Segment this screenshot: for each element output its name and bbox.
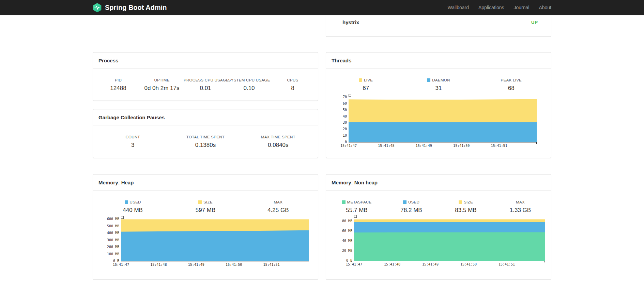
svg-text:15:41:48: 15:41:48 bbox=[384, 262, 400, 266]
legend-value: 78.2 MB bbox=[384, 207, 439, 214]
svg-text:15:41:50: 15:41:50 bbox=[226, 263, 242, 267]
svg-text:15:41:51: 15:41:51 bbox=[499, 262, 515, 266]
metric-system-cpu-usage: SYSTEM CPU USAGE 0.10 bbox=[227, 78, 271, 92]
legend-value: 83.5 MB bbox=[439, 207, 493, 214]
top-left-spacer bbox=[93, 15, 318, 37]
metric-cpus: CPUS 8 bbox=[271, 78, 315, 92]
legend-value: 55.7 MB bbox=[329, 207, 384, 214]
metric-value: 0.01 bbox=[184, 85, 227, 92]
svg-text:50: 50 bbox=[343, 108, 347, 112]
svg-text:30: 30 bbox=[343, 121, 347, 124]
metric-gc-count: COUNT 3 bbox=[96, 135, 169, 149]
svg-text:15:41:48: 15:41:48 bbox=[378, 144, 394, 148]
legend-live: LIVE 67 bbox=[329, 78, 402, 92]
metric-value: 0.0840s bbox=[242, 142, 315, 149]
application-status-card: hystrix UP bbox=[326, 15, 551, 37]
nonheap-used-legend-swatch bbox=[403, 200, 407, 204]
svg-text:15:41:51: 15:41:51 bbox=[263, 263, 280, 267]
legend-label: USED bbox=[384, 200, 439, 204]
svg-text:15:41:47: 15:41:47 bbox=[113, 263, 129, 267]
threads-legend: LIVE 67 DAEMON 31 PEAK LIVE 68 bbox=[326, 69, 551, 92]
process-card-title: Process bbox=[93, 52, 318, 69]
svg-text:400 MB: 400 MB bbox=[107, 231, 119, 235]
svg-text:60 MB: 60 MB bbox=[342, 229, 352, 233]
legend-label: SIZE bbox=[169, 200, 242, 204]
legend-heap-max: MAX 4.25 GB bbox=[242, 200, 315, 214]
legend-peak-live: PEAK LIVE 68 bbox=[475, 78, 548, 92]
svg-text:15:41:47: 15:41:47 bbox=[346, 262, 362, 266]
metric-label: MAX TIME SPENT bbox=[242, 135, 315, 139]
svg-text:10: 10 bbox=[343, 134, 347, 137]
nav-item-about[interactable]: About bbox=[534, 0, 551, 15]
svg-text:60: 60 bbox=[343, 102, 347, 105]
legend-value: 440 MB bbox=[96, 207, 169, 214]
svg-text:40: 40 bbox=[343, 115, 347, 118]
legend-label: LIVE bbox=[329, 78, 402, 82]
legend-label: DAEMON bbox=[402, 78, 475, 82]
metric-value: 0d 0h 2m 17s bbox=[140, 85, 184, 92]
legend-label: METASPACE bbox=[329, 200, 384, 204]
metric-label: COUNT bbox=[96, 135, 169, 139]
svg-text:100 MB: 100 MB bbox=[107, 252, 119, 256]
legend-nonheap-used: USED 78.2 MB bbox=[384, 200, 439, 214]
legend-label: MAX bbox=[242, 200, 315, 204]
live-legend-swatch bbox=[359, 78, 362, 82]
nav-item-journal[interactable]: Journal bbox=[509, 0, 534, 15]
navbar: Spring Boot Admin Wallboard Applications… bbox=[0, 0, 644, 15]
svg-text:20 MB: 20 MB bbox=[342, 249, 352, 253]
metric-label: UPTIME bbox=[140, 78, 184, 82]
legend-value: 1.33 GB bbox=[493, 207, 548, 214]
svg-text:70: 70 bbox=[343, 95, 347, 99]
process-card: Process PID 12488 UPTIME 0d 0h 2m 17s PR… bbox=[93, 52, 318, 101]
threads-card-title: Threads bbox=[326, 52, 551, 69]
svg-text:80 MB: 80 MB bbox=[342, 219, 352, 223]
svg-text:15:41:51: 15:41:51 bbox=[491, 144, 507, 148]
threads-card: Threads LIVE 67 DAEMON 31 PEAK LIVE 68 bbox=[326, 52, 551, 158]
metric-label: SYSTEM CPU USAGE bbox=[227, 78, 271, 82]
metric-value: 3 bbox=[96, 142, 169, 149]
metric-value: 0.1380s bbox=[169, 142, 242, 149]
metric-pid: PID 12488 bbox=[96, 78, 140, 92]
nav-item-applications[interactable]: Applications bbox=[474, 0, 509, 15]
memory-nonheap-card-title: Memory: Non heap bbox=[326, 174, 551, 191]
metric-label: TOTAL TIME SPENT bbox=[169, 135, 242, 139]
legend-heap-used: USED 440 MB bbox=[96, 200, 169, 214]
application-status-row[interactable]: hystrix UP bbox=[326, 15, 551, 29]
main-content: hystrix UP Process PID 12488 UPTIME 0d 0… bbox=[93, 15, 551, 280]
threads-chart: 01020304050607015:41:4715:41:4815:41:491… bbox=[335, 93, 542, 150]
gc-metrics: COUNT 3 TOTAL TIME SPENT 0.1380s MAX TIM… bbox=[93, 125, 318, 149]
svg-text:0 B: 0 B bbox=[346, 259, 352, 262]
legend-value: 68 bbox=[475, 85, 548, 92]
memory-heap-chart: 0 B100 MB200 MB300 MB400 MB500 MB600 MB1… bbox=[102, 215, 309, 269]
gc-card: Garbage Collection Pauses COUNT 3 TOTAL … bbox=[93, 109, 318, 158]
memory-heap-legend: USED 440 MB SIZE 597 MB MAX 4.25 GB bbox=[93, 191, 318, 214]
svg-text:15:41:49: 15:41:49 bbox=[416, 144, 432, 148]
metric-label: PID bbox=[96, 78, 140, 82]
svg-text:0: 0 bbox=[345, 140, 347, 144]
heap-used-legend-swatch bbox=[125, 200, 128, 204]
svg-text:15:41:50: 15:41:50 bbox=[460, 262, 477, 266]
svg-text:300 MB: 300 MB bbox=[107, 238, 119, 242]
metric-value: 8 bbox=[271, 85, 315, 92]
legend-label: PEAK LIVE bbox=[475, 78, 548, 82]
legend-label: USED bbox=[96, 200, 169, 204]
brand[interactable]: Spring Boot Admin bbox=[93, 3, 167, 12]
legend-value: 597 MB bbox=[169, 207, 242, 214]
nav-item-wallboard[interactable]: Wallboard bbox=[443, 0, 474, 15]
legend-label: MAX bbox=[493, 200, 548, 204]
heap-size-legend-swatch bbox=[198, 200, 202, 204]
svg-text:0 B: 0 B bbox=[113, 259, 119, 263]
legend-heap-size: SIZE 597 MB bbox=[169, 200, 242, 214]
svg-text:40 MB: 40 MB bbox=[342, 239, 352, 243]
svg-text:15:41:47: 15:41:47 bbox=[340, 144, 357, 148]
metaspace-legend-swatch bbox=[342, 200, 346, 204]
legend-value: 31 bbox=[402, 85, 475, 92]
legend-daemon: DAEMON 31 bbox=[402, 78, 475, 92]
gc-card-title: Garbage Collection Pauses bbox=[93, 109, 318, 125]
svg-text:15:41:49: 15:41:49 bbox=[422, 262, 439, 266]
nonheap-size-legend-swatch bbox=[459, 200, 462, 204]
brand-title: Spring Boot Admin bbox=[105, 4, 167, 12]
legend-value: 67 bbox=[329, 85, 402, 92]
metric-process-cpu-usage: PROCESS CPU USAGE 0.01 bbox=[184, 78, 227, 92]
memory-nonheap-chart: 0 B20 MB40 MB60 MB80 MB15:41:4715:41:481… bbox=[335, 215, 542, 269]
